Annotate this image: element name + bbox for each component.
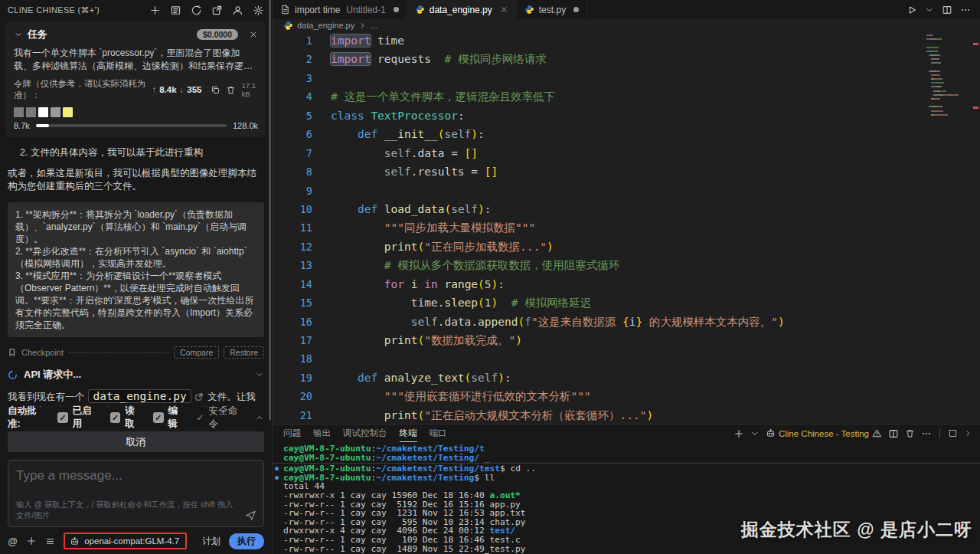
code-line[interactable]: 5class TextProcessor: bbox=[273, 107, 980, 125]
new-task-icon[interactable] bbox=[149, 5, 161, 16]
code-line[interactable]: 13 # 模拟从多个数据源获取数据，使用阻塞式循环 bbox=[273, 256, 980, 274]
line-number: 13 bbox=[273, 256, 312, 274]
chevron-down-icon[interactable] bbox=[925, 5, 934, 15]
auto-approve-row[interactable]: 自动批准: ✓已启用✓读取✓编辑✓安全命令 bbox=[8, 408, 264, 427]
chevron-down-icon[interactable] bbox=[14, 30, 23, 39]
auto-approve-option[interactable]: ✓编辑 bbox=[153, 405, 186, 431]
act-mode-toggle[interactable]: 执行 bbox=[229, 533, 264, 549]
settings-icon[interactable] bbox=[253, 5, 264, 16]
token-usage-row: 令牌（仅供参考，请以实际消耗为准）： ↑ 8.4k ↓ 355 17.1 kB bbox=[14, 78, 258, 101]
message-input[interactable]: Type a message... 输入 @ 获取上下文，/ 获取斜杠命令和工作… bbox=[8, 460, 264, 527]
code-line[interactable]: 21 print("正在启动大规模文本分析（嵌套循环）...") bbox=[273, 406, 980, 424]
account-icon[interactable] bbox=[232, 5, 243, 16]
terminal-actions: Cline Chinese - Testing bbox=[733, 428, 972, 439]
open-in-editor-icon[interactable] bbox=[211, 5, 223, 16]
code-line[interactable]: 8 self.results = [] bbox=[273, 162, 980, 181]
breadcrumb-symbol[interactable]: ... bbox=[371, 21, 377, 30]
checkpoint-row: Checkpoint Compare Restore bbox=[8, 346, 264, 359]
new-terminal-icon[interactable] bbox=[733, 428, 744, 439]
model-selector[interactable]: openai-compat:GLM-4.7 bbox=[64, 533, 187, 549]
split-editor-icon[interactable] bbox=[888, 428, 899, 439]
code-line[interactable]: 11 """同步加载大量模拟数据""" bbox=[273, 218, 980, 237]
close-task-icon[interactable] bbox=[249, 30, 258, 39]
editor-tab-import-time[interactable]: import timeUntitled-1 bbox=[273, 0, 407, 19]
send-icon[interactable] bbox=[245, 510, 256, 521]
code-line[interactable]: 2import requests # 模拟同步网络请求 bbox=[273, 50, 980, 68]
panel-tab-问题[interactable]: 问题 bbox=[283, 425, 301, 442]
chevron-down-icon[interactable] bbox=[255, 370, 264, 379]
add-icon[interactable] bbox=[26, 536, 37, 546]
python-icon bbox=[415, 5, 425, 15]
sidebar-scrollbar[interactable] bbox=[269, 0, 271, 420]
checkbox-icon[interactable]: ✓ bbox=[153, 412, 163, 423]
panel-tab-终端[interactable]: 终端 bbox=[400, 425, 417, 442]
code-line[interactable]: 19 def analyze_text(self): bbox=[273, 369, 980, 387]
chevron-down-icon[interactable] bbox=[750, 429, 760, 438]
mention-icon[interactable]: @ bbox=[8, 536, 18, 547]
line-number: 8 bbox=[273, 162, 312, 181]
sidebar-header-icons bbox=[149, 5, 264, 16]
panel-tab-输出[interactable]: 输出 bbox=[313, 425, 331, 442]
more-icon[interactable] bbox=[960, 5, 971, 15]
plan-mode-toggle[interactable]: 计划 bbox=[202, 535, 220, 548]
code-line[interactable]: 12 print("正在同步加载数据...") bbox=[273, 238, 980, 256]
command-decoration-icon[interactable] bbox=[275, 467, 279, 470]
terminal-instance[interactable]: Cline Chinese - Testing bbox=[766, 428, 882, 438]
panel-tab-调试控制台[interactable]: 调试控制台 bbox=[343, 425, 387, 442]
code-line[interactable]: 14 for i in range(5): bbox=[273, 275, 980, 293]
breadcrumb-file[interactable]: data_engine.py bbox=[297, 21, 354, 30]
editor-tab-data-engine-py[interactable]: data_engine.py bbox=[407, 0, 517, 19]
more-icon[interactable] bbox=[921, 428, 932, 439]
code-line[interactable]: 7 self.data = [] bbox=[273, 144, 980, 162]
trash-icon[interactable] bbox=[905, 428, 915, 438]
modified-dot-icon[interactable] bbox=[394, 7, 399, 12]
code-line[interactable]: 18 bbox=[273, 349, 980, 368]
split-editor-icon[interactable] bbox=[942, 5, 952, 15]
auto-approve-option[interactable]: ✓安全命令 bbox=[196, 405, 245, 431]
restore-button[interactable]: Restore bbox=[224, 346, 264, 359]
arrow-down-icon: ↓ bbox=[180, 85, 185, 94]
code-line[interactable]: 16 self.data.append(f"这是来自数据源 {i} 的大规模样本… bbox=[273, 313, 980, 331]
compare-button[interactable]: Compare bbox=[174, 346, 219, 359]
open-file-icon[interactable] bbox=[194, 392, 204, 402]
code-editor[interactable]: 1import time2import requests # 模拟同步网络请求3… bbox=[273, 31, 980, 424]
code-line[interactable]: 6 def __init__(self): bbox=[273, 125, 980, 143]
history-icon[interactable] bbox=[191, 5, 202, 16]
stack-icon[interactable] bbox=[45, 536, 55, 546]
terminal-line: cay@VM-8-7-ubuntu:~/cmaketest/Testing$ l… bbox=[273, 474, 980, 483]
code-line[interactable]: 3 bbox=[273, 69, 980, 87]
minimap[interactable] bbox=[926, 34, 969, 118]
code-line[interactable]: 4# 这是一个单文件脚本，逻辑混杂且效率低下 bbox=[273, 87, 980, 106]
code-line[interactable]: 20 """使用嵌套循环进行低效的文本分析""" bbox=[273, 387, 980, 405]
line-number: 7 bbox=[273, 144, 312, 162]
editor-tab-test-py[interactable]: test.py bbox=[517, 0, 587, 19]
python-icon bbox=[283, 21, 293, 31]
progress-total: 128.0k bbox=[233, 121, 258, 130]
api-request-row[interactable]: API 请求中... bbox=[8, 368, 264, 382]
code-line[interactable]: 15 time.sleep(1) # 模拟网络延迟 bbox=[273, 293, 980, 312]
chevron-right-icon[interactable] bbox=[964, 429, 972, 438]
auto-approve-option[interactable]: ✓读取 bbox=[110, 405, 143, 431]
line-number: 5 bbox=[273, 107, 312, 125]
modified-dot-icon[interactable] bbox=[573, 7, 579, 12]
code-line[interactable]: 1import time bbox=[273, 31, 980, 50]
code-line[interactable]: 9 bbox=[273, 182, 980, 200]
code-line[interactable]: 10 def load_data(self): bbox=[273, 200, 980, 218]
checkbox-icon[interactable]: ✓ bbox=[110, 412, 120, 423]
code-line-content: self.results = [] bbox=[331, 162, 498, 181]
mcp-servers-icon[interactable] bbox=[170, 5, 181, 16]
maximize-panel-icon[interactable] bbox=[948, 428, 958, 438]
terminal-line: cay@VM-8-7-ubuntu:~/cmaketest/Testing/ _ bbox=[273, 454, 980, 464]
chevron-up-icon[interactable] bbox=[255, 413, 264, 422]
command-decoration-icon[interactable] bbox=[275, 476, 279, 480]
trash-icon[interactable] bbox=[226, 85, 236, 95]
run-icon[interactable] bbox=[906, 5, 917, 15]
cancel-button[interactable]: 取消 bbox=[8, 431, 264, 452]
code-line[interactable]: 17 print("数据加载完成。") bbox=[273, 331, 980, 349]
auto-approve-option[interactable]: ✓已启用 bbox=[57, 405, 100, 431]
checkbox-icon[interactable]: ✓ bbox=[57, 412, 67, 423]
copy-icon[interactable] bbox=[211, 85, 220, 95]
close-tab-icon[interactable] bbox=[500, 5, 508, 14]
breadcrumb[interactable]: data_engine.py... bbox=[273, 19, 980, 31]
panel-tab-端口[interactable]: 端口 bbox=[430, 425, 447, 442]
